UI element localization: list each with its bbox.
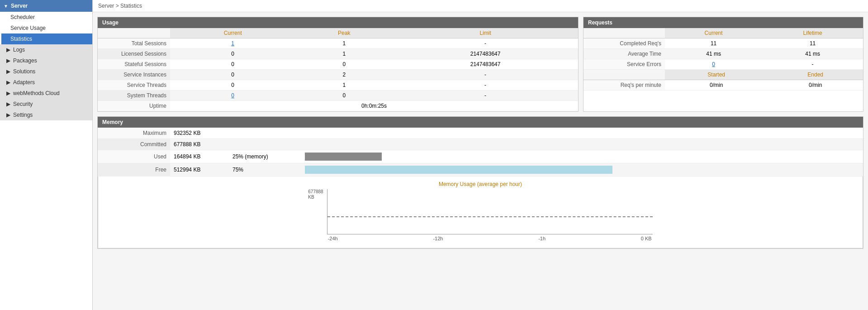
row-label: Total Sessions — [98, 38, 170, 49]
row-peak: 1 — [295, 38, 393, 49]
row-limit: - — [393, 80, 578, 91]
rpm-started: 0/min — [665, 80, 768, 91]
x-label-24h: -24h — [328, 236, 338, 241]
mem-committed-value: 677888 KB — [170, 139, 229, 150]
requests-per-minute-table: Started Ended Req's per minute 0/min 0/m… — [583, 70, 863, 91]
x-axis: -24h -12h -1h 0 KB — [327, 236, 653, 241]
table-row: Req's per minute 0/min 0/min — [583, 80, 863, 91]
row-current: 1 — [170, 38, 295, 49]
rpm-col-started: Started — [665, 70, 768, 80]
usage-table: Current Peak Limit Total Sessions 1 1 - — [98, 28, 578, 111]
usage-col-limit: Limit — [393, 28, 578, 38]
table-row: System Threads 0 0 - — [98, 91, 578, 101]
table-row: Completed Req's 11 11 — [583, 38, 863, 49]
req-row-label: Service Errors — [583, 59, 665, 70]
breadcrumb: Server > Statistics — [93, 0, 868, 12]
sidebar-group-packages[interactable]: ▶ Packages — [0, 55, 92, 66]
row-current: 0 — [170, 80, 295, 91]
chart-wrapper: 677888 KB -24h -12h -1h 0 KB — [308, 189, 652, 243]
x-label-12h: -12h — [433, 236, 443, 241]
mem-used-value: 164894 KB — [170, 150, 229, 163]
rpm-col-ended: Ended — [768, 70, 863, 80]
row-peak: 0 — [295, 91, 393, 101]
usage-panel-header: Usage — [98, 17, 578, 28]
sidebar-server-children: Scheduler Service Usage Statistics — [0, 12, 92, 44]
solutions-expand-arrow: ▶ — [6, 68, 10, 75]
req-col-current: Current — [665, 28, 762, 38]
mem-free-pct: 75% — [229, 163, 301, 176]
sidebar: ▼ Server Scheduler Service Usage Statist… — [0, 0, 93, 310]
sidebar-group-server[interactable]: ▼ Server — [0, 0, 92, 12]
chart-plot — [327, 189, 653, 234]
row-label: Licensed Sessions — [98, 49, 170, 59]
req-col-lifetime: Lifetime — [762, 28, 863, 38]
sidebar-group-logs[interactable]: ▶ Logs — [0, 44, 92, 55]
sidebar-item-statistics[interactable]: Statistics — [1, 33, 92, 44]
chart-area: Memory Usage (average per hour) 677888 K… — [98, 176, 863, 248]
memory-panel-header: Memory — [98, 117, 863, 128]
content-area: Usage Current Peak Limit Total Sessions — [93, 12, 868, 253]
used-progress-bar — [305, 153, 382, 161]
packages-expand-arrow: ▶ — [6, 57, 10, 64]
webmethods-expand-arrow: ▶ — [6, 90, 10, 96]
mem-committed-pct — [229, 139, 301, 150]
row-current: 0 — [170, 59, 295, 70]
req-errors-current: 0 — [665, 59, 762, 70]
mem-row-label: Free — [98, 163, 170, 176]
mem-row-label: Maximum — [98, 128, 170, 139]
req-completed-lifetime: 11 — [762, 38, 863, 49]
row-limit: 2147483647 — [393, 49, 578, 59]
sidebar-item-service-usage[interactable]: Service Usage — [1, 23, 92, 33]
row-current: 0 — [170, 70, 295, 80]
mem-maximum-value: 932352 KB — [170, 128, 229, 139]
row-current: 0 — [170, 91, 295, 101]
row-label-uptime: Uptime — [98, 101, 170, 111]
row-label: Service Instances — [98, 70, 170, 80]
table-row: Service Instances 0 2 - — [98, 70, 578, 80]
security-expand-arrow: ▶ — [6, 101, 10, 107]
req-avgtime-current: 41 ms — [665, 49, 762, 59]
usage-col-peak: Peak — [295, 28, 393, 38]
chart-title: Memory Usage (average per hour) — [439, 181, 522, 187]
requests-panel: Requests Current Lifetime Completed Req'… — [583, 17, 863, 112]
x-label-1h: -1h — [538, 236, 545, 241]
sidebar-group-server-label: Server — [11, 3, 28, 9]
sidebar-item-scheduler[interactable]: Scheduler — [1, 12, 92, 23]
x-label-0: 0 KB — [641, 236, 652, 241]
usage-col-current: Current — [170, 28, 295, 38]
requests-table: Current Lifetime Completed Req's 11 11 A… — [583, 28, 863, 70]
mem-row-label: Committed — [98, 139, 170, 150]
y-axis: 677888 KB — [308, 189, 325, 243]
requests-panel-header: Requests — [583, 17, 863, 28]
table-row: Service Errors 0 - — [583, 59, 863, 70]
y-axis-max: 677888 KB — [308, 189, 323, 200]
row-label: System Threads — [98, 91, 170, 101]
table-row: Licensed Sessions 0 1 2147483647 — [98, 49, 578, 59]
table-row: Maximum 932352 KB — [98, 128, 863, 139]
rpm-col-empty — [583, 70, 665, 80]
settings-expand-arrow: ▶ — [6, 112, 10, 118]
mem-maximum-bar — [301, 128, 863, 139]
table-row: Stateful Sessions 0 0 2147483647 — [98, 59, 578, 70]
req-avgtime-lifetime: 41 ms — [762, 49, 863, 59]
sidebar-group-webmethods-cloud[interactable]: ▶ webMethods Cloud — [0, 88, 92, 99]
table-row: Service Threads 0 1 - — [98, 80, 578, 91]
sidebar-group-settings[interactable]: ▶ Settings — [0, 110, 92, 120]
row-peak: 1 — [295, 80, 393, 91]
mem-row-label: Used — [98, 150, 170, 163]
sidebar-group-security[interactable]: ▶ Security — [0, 99, 92, 110]
mem-committed-bar — [301, 139, 863, 150]
free-progress-bar — [305, 166, 612, 174]
sidebar-group-adapters[interactable]: ▶ Adapters — [0, 77, 92, 88]
logs-expand-arrow: ▶ — [6, 47, 10, 53]
table-row: Uptime 0h:0m:25s — [98, 101, 578, 111]
req-row-label: Average Time — [583, 49, 665, 59]
req-completed-current: 11 — [665, 38, 762, 49]
adapters-expand-arrow: ▶ — [6, 79, 10, 86]
table-row: Free 512994 KB 75% — [98, 163, 863, 176]
row-label: Service Threads — [98, 80, 170, 91]
mem-free-bar — [301, 163, 863, 176]
table-row: Committed 677888 KB — [98, 139, 863, 150]
server-expand-arrow: ▼ — [4, 4, 8, 9]
sidebar-group-solutions[interactable]: ▶ Solutions — [0, 66, 92, 77]
